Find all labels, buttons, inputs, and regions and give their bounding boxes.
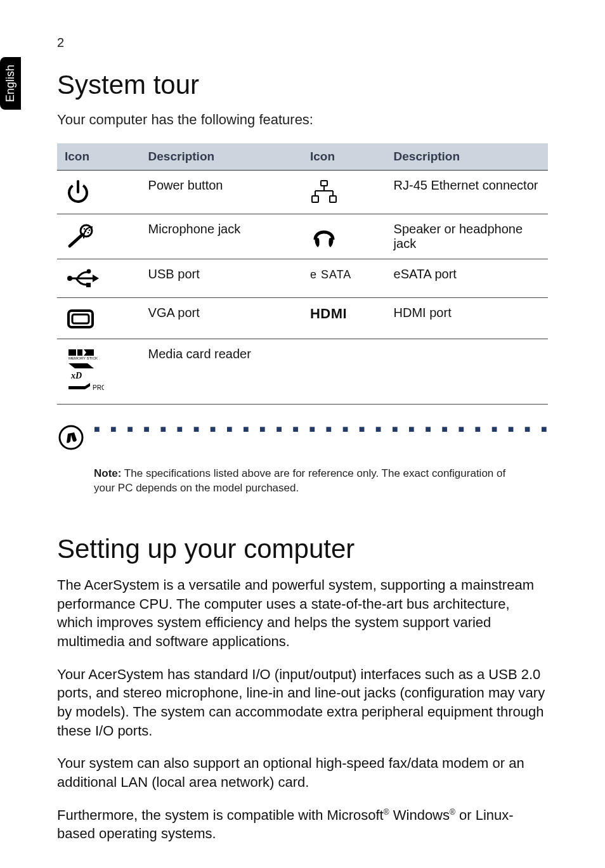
media-card-icon: MEMORY STICK xD PRO [57, 339, 141, 405]
usb-icon [57, 259, 141, 298]
svg-point-14 [85, 231, 87, 233]
body-paragraph-2: Your AcerSystem has standard I/O (input/… [57, 665, 548, 741]
table-row: Microphone jack Speaker or headphone jac… [57, 214, 548, 259]
header-desc-right: Description [386, 143, 548, 171]
note-text: Note: The specifications listed above ar… [94, 467, 512, 496]
header-icon-left: Icon [57, 143, 141, 171]
svg-point-13 [89, 230, 91, 231]
empty-cell [302, 339, 386, 405]
ethernet-desc: RJ-45 Ethernet connector [386, 171, 548, 214]
power-desc: Power button [141, 171, 302, 214]
registered-mark: ® [384, 807, 389, 816]
svg-point-19 [87, 269, 91, 274]
esata-desc: eSATA port [386, 259, 548, 298]
svg-rect-7 [312, 196, 318, 202]
feature-table: Icon Description Icon Description Power … [57, 143, 548, 405]
svg-line-10 [70, 235, 82, 246]
ethernet-icon [302, 171, 386, 214]
svg-rect-20 [86, 283, 91, 287]
vga-desc: VGA port [141, 298, 302, 339]
empty-cell [386, 339, 548, 405]
svg-rect-22 [72, 314, 89, 323]
svg-point-12 [86, 228, 88, 230]
svg-point-11 [84, 228, 86, 230]
table-row: MEMORY STICK xD PRO Media card reader [57, 339, 548, 405]
esata-label: e SATA [302, 259, 386, 298]
intro-text: Your computer has the following features… [57, 112, 548, 128]
headphone-icon [302, 214, 386, 259]
media-card-desc: Media card reader [141, 339, 302, 405]
svg-point-30 [60, 426, 82, 449]
registered-mark: ® [450, 807, 455, 816]
headphone-desc: Speaker or headphone jack [386, 214, 548, 259]
svg-point-15 [88, 232, 89, 234]
note-block: ■ ■ ■ ■ ■ ■ ■ ■ ■ ■ ■ ■ ■ ■ ■ ■ ■ ■ ■ ■ … [57, 424, 548, 454]
svg-text:MEMORY STICK: MEMORY STICK [68, 356, 98, 360]
table-row: VGA port HDMI HDMI port [57, 298, 548, 339]
note-divider: ■ ■ ■ ■ ■ ■ ■ ■ ■ ■ ■ ■ ■ ■ ■ ■ ■ ■ ■ ■ … [94, 424, 548, 435]
svg-rect-2 [321, 181, 327, 186]
language-tab: English [0, 57, 21, 110]
heading-setting-up: Setting up your computer [57, 534, 548, 564]
vga-icon [57, 298, 141, 339]
power-icon [57, 171, 141, 214]
svg-text:PRO: PRO [93, 384, 104, 391]
microphone-desc: Microphone jack [141, 214, 302, 259]
svg-marker-18 [93, 275, 99, 282]
microphone-icon [57, 214, 141, 259]
svg-point-27 [91, 365, 94, 367]
usb-desc: USB port [141, 259, 302, 298]
table-row: Power button RJ-45 Ethernet connector [57, 171, 548, 214]
body-paragraph-3: Your system can also support an optional… [57, 754, 548, 791]
header-desc-left: Description [141, 143, 302, 171]
note-label: Note: [94, 467, 121, 479]
svg-text:xD: xD [70, 371, 82, 380]
hdmi-desc: HDMI port [386, 298, 548, 339]
note-icon [57, 424, 85, 454]
document-page: 2 English System tour Your computer has … [0, 0, 605, 868]
body-paragraph-1: The AcerSystem is a versatile and powerf… [57, 576, 548, 651]
hdmi-label: HDMI [302, 298, 386, 339]
table-row: USB port e SATA eSATA port [57, 259, 548, 298]
svg-rect-23 [68, 349, 76, 356]
header-icon-right: Icon [302, 143, 386, 171]
page-number: 2 [57, 36, 64, 50]
svg-marker-25 [84, 349, 94, 356]
svg-rect-8 [330, 196, 336, 202]
body-paragraph-4: Furthermore, the system is compatible wi… [57, 806, 548, 843]
svg-rect-24 [77, 349, 82, 356]
heading-system-tour: System tour [57, 70, 548, 100]
